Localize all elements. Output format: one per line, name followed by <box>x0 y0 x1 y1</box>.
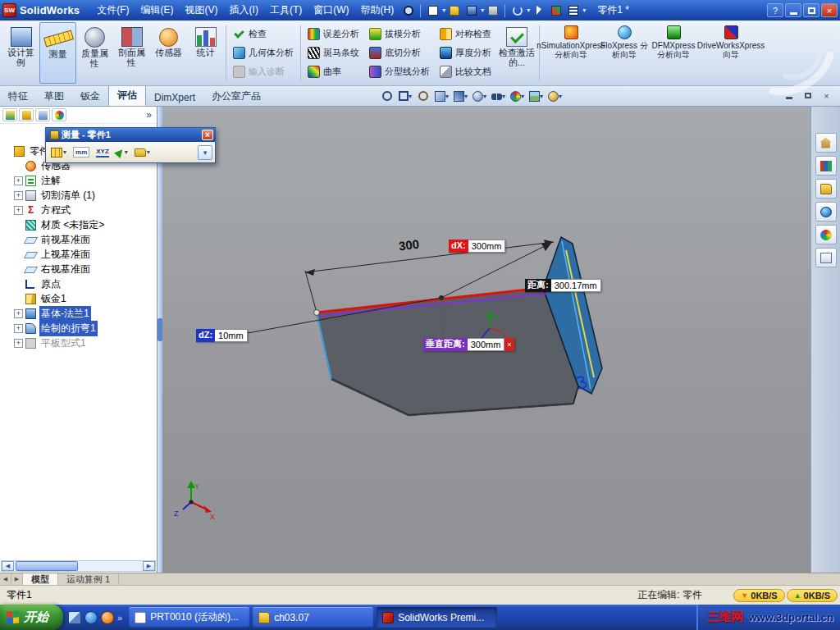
tab-features[interactable]: 特征 <box>0 86 36 106</box>
scroll-left-button[interactable]: ◀ <box>2 561 14 571</box>
propertymanager-tab[interactable] <box>19 108 34 121</box>
taskbar-button-ch0307[interactable]: ch03.07 <box>253 607 373 628</box>
save-button[interactable] <box>463 3 479 17</box>
zoom-area-button[interactable]: ▾ <box>397 88 413 104</box>
expand-toggle[interactable]: + <box>14 176 23 185</box>
measure-expand-button[interactable]: ▾ <box>198 145 212 160</box>
configurationmanager-tab[interactable] <box>35 108 50 121</box>
measure-dialog-titlebar[interactable]: 测量 - 零件1 × <box>46 128 215 142</box>
tree-item-top-plane[interactable]: 上视基准面 <box>0 247 157 262</box>
undercut-analysis-button[interactable]: 底切分析 <box>368 44 431 62</box>
section-view-button[interactable]: ▾ <box>433 88 450 104</box>
expand-toggle[interactable]: + <box>14 206 23 215</box>
tab-model[interactable]: 模型 <box>23 573 58 585</box>
select-button[interactable] <box>531 3 546 17</box>
draft-analysis-button[interactable]: 拔模分析 <box>368 25 431 43</box>
doc-minimize-button[interactable] <box>782 89 796 102</box>
check-active-document-button[interactable]: 检查激活的... <box>496 22 537 84</box>
design-library-button[interactable] <box>815 156 837 176</box>
print-button[interactable] <box>485 3 500 17</box>
edit-appearance-button[interactable]: ▾ <box>509 88 526 104</box>
tree-item-equations[interactable]: + Σ 方程式 <box>0 203 157 217</box>
system-tray[interactable]: 三维网 www.3dportal.cn <box>696 605 840 630</box>
splitter-handle[interactable] <box>158 318 162 341</box>
solidworks-resources-button[interactable] <box>815 133 837 153</box>
menu-help[interactable]: 帮助(H) <box>355 0 400 21</box>
close-button[interactable]: × <box>821 3 838 17</box>
tab-sheet-metal[interactable]: 钣金 <box>72 86 108 106</box>
expand-toggle[interactable]: + <box>14 339 23 348</box>
measure-dialog[interactable]: 测量 - 零件1 × ▾ mm XYZ ▾ ▾ ▾ <box>45 127 216 163</box>
tree-item-sheet-metal[interactable]: 钣金1 <box>0 291 157 306</box>
featuremanager-tab[interactable] <box>2 108 17 121</box>
options-button[interactable] <box>565 3 581 17</box>
measure-button[interactable]: 测量 <box>39 22 76 84</box>
menu-view[interactable]: 视图(V) <box>180 0 224 21</box>
scroll-right-button[interactable]: ▶ <box>143 561 155 571</box>
view-orientation-button[interactable]: ▾ <box>452 88 469 104</box>
search-button[interactable] <box>815 202 837 221</box>
appearances-scenes-button[interactable] <box>815 248 837 267</box>
menu-edit[interactable]: 编辑(E) <box>135 0 180 21</box>
xyz-measure-button[interactable]: XYZ <box>94 144 112 161</box>
tree-item-front-plane[interactable]: 前视基准面 <box>0 232 157 247</box>
show-desktop-icon[interactable] <box>68 611 81 624</box>
previous-view-button[interactable] <box>415 88 431 104</box>
parting-line-analysis-button[interactable]: 分型线分析 <box>368 63 431 80</box>
internet-explorer-icon[interactable] <box>84 611 98 624</box>
new-document-button[interactable] <box>425 3 441 17</box>
driveworksxpress-button[interactable]: DriveWorksXpress 向导 <box>699 22 763 84</box>
minimize-button[interactable] <box>785 3 801 17</box>
section-properties-button[interactable]: 剖面属性 <box>113 22 150 84</box>
save-dropdown[interactable]: ▾ <box>481 7 484 14</box>
doc-close-button[interactable]: × <box>819 89 833 102</box>
tree-item-sketched-bend[interactable]: + 绘制的折弯1 <box>0 321 157 336</box>
deviation-analysis-button[interactable]: 误差分析 <box>306 25 361 43</box>
simulationxpress-button[interactable]: nSimulationXpress 分析向导 <box>541 22 600 84</box>
rebuild-button[interactable] <box>548 3 564 17</box>
tab-sketch[interactable]: 草图 <box>36 86 72 106</box>
undo-button[interactable] <box>509 3 525 17</box>
tree-horizontal-scrollbar[interactable]: ◀ ▶ <box>1 560 156 572</box>
symmetry-check-button[interactable]: 对称检查 <box>438 25 493 43</box>
display-style-button[interactable]: ▾ <box>471 88 488 104</box>
open-document-button[interactable] <box>446 3 462 17</box>
statistics-button[interactable]: 统计 <box>187 22 224 84</box>
graphics-viewport[interactable]: Y Z X Y X Z 300 dX: 300mm <box>162 107 810 573</box>
callout-close-button[interactable]: × <box>504 338 514 351</box>
manager-tabs-overflow[interactable]: » <box>146 109 154 121</box>
curvature-button[interactable]: 曲率 <box>306 63 361 80</box>
dimxpertmanager-tab[interactable] <box>52 108 66 121</box>
point-to-point-button[interactable]: ▾ <box>113 144 130 161</box>
solidworks-search-icon[interactable] <box>400 3 416 17</box>
measure-history-button[interactable]: ▾ <box>132 144 153 161</box>
quick-launch-overflow[interactable]: » <box>117 613 122 623</box>
taskbar-button-solidworks[interactable]: SolidWorks Premi... <box>377 607 497 628</box>
menu-window[interactable]: 窗口(W) <box>308 0 354 21</box>
check-button[interactable]: 检查 <box>231 25 295 43</box>
apply-scene-button[interactable]: ▾ <box>527 88 545 104</box>
geometry-analysis-button[interactable]: 几何体分析 <box>231 44 295 62</box>
help-button[interactable]: ? <box>767 3 783 17</box>
sensor-button[interactable]: 传感器 <box>150 22 187 84</box>
media-player-icon[interactable] <box>101 611 114 624</box>
tab-office-products[interactable]: 办公室产品 <box>203 86 269 106</box>
floxpress-button[interactable]: FloXpress 分析向导 <box>600 22 648 84</box>
zoom-fit-button[interactable] <box>379 88 395 104</box>
view-settings-button[interactable]: ▾ <box>546 88 564 104</box>
tab-dimxpert[interactable]: DimXpert <box>146 89 203 106</box>
expand-toggle[interactable]: + <box>14 324 23 333</box>
tree-item-origin[interactable]: 原点 <box>0 276 157 291</box>
maximize-button[interactable] <box>803 3 819 17</box>
scrollbar-thumb[interactable] <box>16 561 78 571</box>
design-study-button[interactable]: 设计算例 <box>2 22 39 84</box>
view-palette-button[interactable] <box>815 225 837 244</box>
dfmxpress-button[interactable]: DFMXpress 分析向导 <box>648 22 699 84</box>
taskbar-button-prt0010[interactable]: PRT0010 (活动的)... <box>129 607 249 628</box>
panel-splitter[interactable] <box>158 107 162 573</box>
measure-dialog-close-button[interactable]: × <box>202 130 213 140</box>
menu-tools[interactable]: 工具(T) <box>264 0 308 21</box>
expand-toggle[interactable]: + <box>14 309 23 318</box>
menu-insert[interactable]: 插入(I) <box>224 0 264 21</box>
menu-file[interactable]: 文件(F) <box>91 0 135 21</box>
